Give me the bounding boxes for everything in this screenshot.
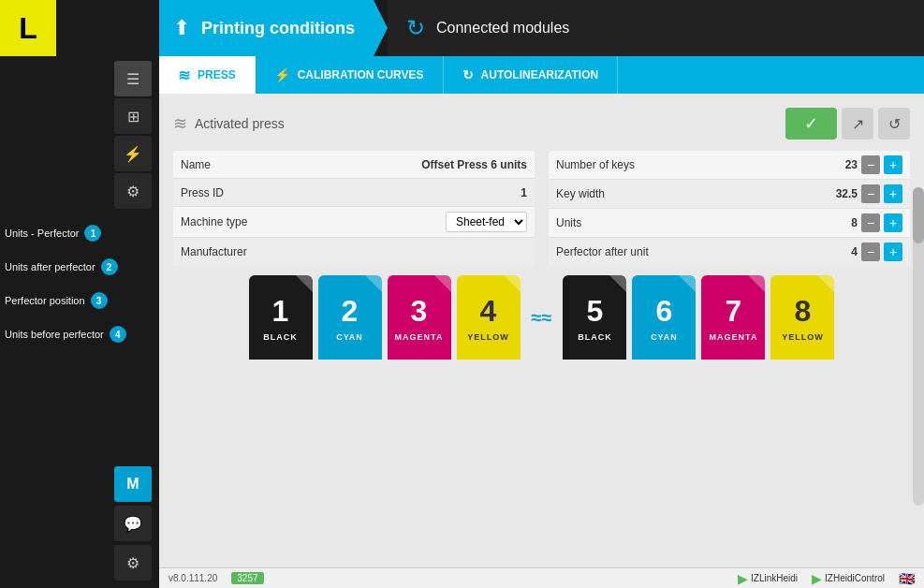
sidebar-bottom: M 💬 ⚙ (0, 466, 159, 588)
keywidth-value: 32.5 (836, 187, 858, 200)
manufacturer-label: Manufacturer (181, 245, 527, 258)
annotation-2-label: Units after perfector (5, 261, 95, 272)
unit-card-1-black[interactable]: 1 BLACK (249, 275, 313, 360)
machinetype-dropdown[interactable]: Sheet-fed (446, 212, 527, 232)
calibration-icon: ⚡ (124, 145, 142, 163)
annotation-2-badge: 2 (101, 258, 118, 275)
annotation-4-badge: 4 (110, 326, 126, 343)
section-title-text: Activated press (195, 116, 285, 131)
color-units-row: 1 BLACK 2 CYAN 3 MAGENTA 4 YELLOW ≈≈ 5 (173, 266, 910, 360)
units-label: Units (556, 216, 851, 229)
action-buttons: ✓ ↗ ↺ (785, 108, 910, 140)
units-controls: 8 − + (851, 213, 902, 232)
upload-icon: ⬆ (173, 16, 190, 40)
auto-tab-label: AUTOLINEARIZATION (481, 68, 599, 81)
unit-4-label: YELLOW (467, 332, 509, 342)
unit-card-5-black[interactable]: 5 BLACK (563, 275, 626, 360)
unit-card-2-cyan[interactable]: 2 CYAN (318, 275, 382, 360)
sidebar-m-button[interactable]: M (114, 466, 152, 502)
tab-press[interactable]: ≋ PRESS (159, 56, 256, 94)
link1-indicator: ▶ (738, 571, 748, 586)
sidebar-icon-chat[interactable]: 💬 (114, 506, 152, 541)
flag-icon: 🇬🇧 (899, 571, 915, 586)
annotation-1-badge: 1 (84, 225, 101, 242)
annotation-1-label: Units - Perfector (5, 228, 79, 239)
section-header: ≋ Activated press ✓ ↗ ↺ (173, 108, 910, 140)
unit-3-number: 3 (411, 294, 428, 329)
numkeys-plus-button[interactable]: + (884, 155, 902, 174)
unit-6-label: CYAN (651, 332, 678, 342)
perfector-label: Perfector after unit (556, 245, 851, 258)
gear-icon: ⚙ (126, 554, 139, 572)
sidebar: L ☰ ⊞ ⚡ ⚙ Units - Perfector 1 Units afte… (0, 0, 159, 588)
keywidth-plus-button[interactable]: + (884, 184, 902, 203)
database-icon: ⊞ (127, 108, 139, 125)
keywidth-controls: 32.5 − + (836, 184, 902, 203)
perfector-minus-button[interactable]: − (861, 243, 880, 261)
units-value: 8 (851, 216, 858, 229)
press-tab-icon: ≋ (178, 66, 190, 84)
perfector-value: 4 (851, 245, 858, 258)
connected-modules-label: Connected modules (436, 20, 569, 37)
perfector-separator: ≈≈ (532, 307, 552, 329)
unit-card-8-yellow[interactable]: 8 YELLOW (770, 275, 834, 360)
unit-card-4-yellow[interactable]: 4 YELLOW (457, 275, 521, 360)
unit-1-label: BLACK (263, 332, 298, 342)
reset-button[interactable]: ↺ (878, 108, 910, 140)
form-row-name: Name Offset Press 6 units (173, 151, 535, 179)
link2-indicator: ▶ (812, 571, 822, 586)
form-grid: Name Offset Press 6 units Press ID 1 Mac… (173, 151, 910, 266)
sidebar-icon-calibration[interactable]: ⚡ (114, 136, 152, 171)
numkeys-controls: 23 − + (845, 155, 902, 174)
sidebar-icon-layers[interactable]: ☰ (114, 61, 152, 96)
calibration-tab-icon: ⚡ (274, 67, 290, 82)
pressid-label: Press ID (181, 186, 521, 199)
annotation-3: Perfector position 3 (0, 292, 150, 309)
units-minus-button[interactable]: − (861, 213, 880, 232)
link2-label: IZHeidiControl (825, 573, 885, 583)
scrollbar-thumb[interactable] (913, 187, 924, 243)
sidebar-icon-database[interactable]: ⊞ (114, 98, 152, 134)
chat-icon: 💬 (124, 515, 142, 533)
perfector-controls: 4 − + (851, 243, 902, 261)
unit-5-label: BLACK (578, 332, 612, 342)
annotation-3-badge: 3 (91, 292, 108, 309)
export-button[interactable]: ↗ (842, 108, 873, 140)
annotation-4-label: Units before perfector (5, 329, 104, 340)
press-tab-label: PRESS (198, 68, 236, 81)
pressid-value: 1 (521, 186, 527, 199)
keywidth-minus-button[interactable]: − (861, 184, 880, 203)
link2-area: ▶ IZHeidiControl (812, 571, 885, 586)
settings-icon: ⚙ (126, 183, 139, 200)
tab-calibration[interactable]: ⚡ CALIBRATION CURVES (256, 56, 444, 94)
annotation-4: Units before perfector 4 (0, 326, 150, 343)
numkeys-label: Number of keys (556, 158, 845, 171)
sidebar-logo: L (0, 0, 56, 56)
tab-autolinearization[interactable]: ↻ AUTOLINEARIZATION (444, 56, 619, 94)
unit-card-7-magenta[interactable]: 7 MAGENTA (701, 275, 765, 360)
header: ⬆ Printing conditions ↻ Connected module… (159, 0, 924, 56)
form-row-keywidth: Key width 32.5 − + (549, 180, 910, 209)
annotation-1: Units - Perfector 1 (0, 225, 150, 242)
perfector-plus-button[interactable]: + (884, 243, 902, 261)
press-small-icon: ≋ (173, 113, 187, 134)
unit-2-number: 2 (342, 294, 359, 329)
units-plus-button[interactable]: + (884, 213, 902, 232)
name-label: Name (181, 158, 421, 171)
numkeys-minus-button[interactable]: − (861, 155, 880, 174)
confirm-button[interactable]: ✓ (785, 108, 837, 140)
sidebar-icon-settings[interactable]: ⚙ (114, 173, 152, 209)
annotation-3-label: Perfector position (5, 295, 85, 306)
form-row-perfector: Perfector after unit 4 − + (549, 238, 910, 266)
sidebar-icon-gear[interactable]: ⚙ (114, 545, 152, 581)
unit-card-3-magenta[interactable]: 3 MAGENTA (388, 275, 451, 360)
tabs-bar: ≋ PRESS ⚡ CALIBRATION CURVES ↻ AUTOLINEA… (159, 56, 924, 94)
form-row-manufacturer: Manufacturer (173, 238, 535, 266)
calibration-tab-label: CALIBRATION CURVES (298, 68, 424, 81)
annotation-2: Units after perfector 2 (0, 258, 150, 275)
scrollbar[interactable] (913, 187, 924, 506)
unit-7-number: 7 (726, 294, 742, 329)
status-id: 3257 (231, 572, 263, 584)
main-area: ⬆ Printing conditions ↻ Connected module… (159, 0, 924, 588)
unit-card-6-cyan[interactable]: 6 CYAN (632, 275, 696, 360)
